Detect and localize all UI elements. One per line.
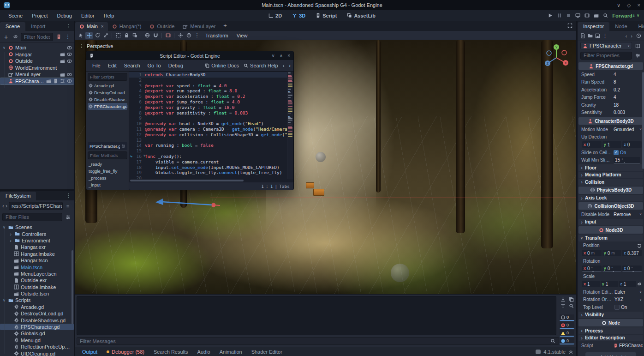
instance-scene-button[interactable] bbox=[12, 33, 19, 41]
new-scene-tab-button[interactable]: + bbox=[220, 22, 231, 31]
visibility-eye-icon[interactable] bbox=[67, 52, 72, 57]
menu-edit[interactable]: Edit bbox=[105, 62, 120, 69]
message-search-icon[interactable] bbox=[549, 338, 556, 345]
property-run-speed[interactable]: Run Speed8 bbox=[578, 78, 643, 86]
category-physicsbody3d[interactable]: PhysicsBody3D bbox=[578, 187, 643, 194]
edited-object-selector[interactable]: FPSCharacter bbox=[580, 42, 632, 49]
method-list-item[interactable]: _ready bbox=[88, 161, 127, 168]
save-resource-icon[interactable] bbox=[595, 33, 600, 38]
checkbox-unchecked-icon[interactable]: ✓ bbox=[614, 305, 620, 310]
copy-output-icon[interactable] bbox=[569, 297, 574, 302]
group-editor-description[interactable]: Editor Description bbox=[578, 335, 643, 342]
add-metadata-button[interactable]: +Add Metadata bbox=[585, 352, 636, 356]
preview-environment-icon[interactable] bbox=[185, 32, 192, 39]
scene-tab-hangar[interactable]: Hangar(*) bbox=[108, 22, 146, 31]
file-item[interactable]: Hangar.tscn bbox=[0, 257, 74, 264]
filter-properties-input[interactable] bbox=[580, 52, 632, 60]
history-forward-button[interactable]: › bbox=[6, 203, 7, 209]
script-editor-window[interactable]: Script Editor - Godot Engine ∨ ∧ × File … bbox=[86, 51, 294, 190]
view-menu[interactable]: View bbox=[233, 32, 251, 39]
search-help-button[interactable]: Search Help bbox=[244, 63, 278, 68]
group-process[interactable]: Process bbox=[578, 327, 643, 334]
open-scene-icon[interactable] bbox=[60, 72, 65, 77]
tab-history[interactable]: History bbox=[633, 22, 644, 31]
inspector-back-icon[interactable]: ‹ bbox=[626, 33, 627, 39]
menu-search[interactable]: Search bbox=[121, 62, 143, 69]
file-item[interactable]: Controllers bbox=[0, 230, 74, 237]
tab-shader-editor[interactable]: Shader Editor bbox=[247, 348, 286, 356]
property-rotation-edit-mode[interactable]: Rotation Edit ...Euler bbox=[578, 288, 643, 296]
category-node[interactable]: Node bbox=[578, 319, 643, 326]
script-list-item-selected[interactable]: FPSCharacter.gd bbox=[88, 103, 127, 110]
workspace-script-button[interactable]: Script bbox=[312, 12, 340, 19]
file-item[interactable]: DestroyOnLoad.gd bbox=[0, 310, 74, 317]
local-space-icon[interactable] bbox=[143, 32, 151, 39]
group-selected-icon[interactable] bbox=[131, 32, 138, 39]
property-disable-mode[interactable]: Disable ModeRemove bbox=[578, 211, 643, 218]
window-close-button[interactable]: × bbox=[638, 2, 640, 8]
preview-sun-icon[interactable] bbox=[177, 32, 184, 39]
renderer-selector[interactable]: Forward+ bbox=[612, 13, 639, 18]
position-vector[interactable]: x0m y0m z8.397 bbox=[578, 249, 643, 257]
group-moving-platform[interactable]: Moving Platform bbox=[578, 172, 643, 179]
property-wall-min-slide[interactable]: Wall Min Slide ...15° bbox=[578, 157, 643, 164]
visibility-eye-icon[interactable] bbox=[67, 45, 72, 50]
close-tab-icon[interactable]: × bbox=[101, 24, 104, 29]
scale-vector[interactable]: x1 y1 z1 bbox=[578, 280, 643, 288]
workspace-2d-button[interactable]: 2D bbox=[265, 12, 286, 19]
scene-node-worldenvironment[interactable]: WorldEnvironment bbox=[0, 65, 74, 72]
filter-files-input[interactable] bbox=[2, 213, 62, 221]
new-resource-icon[interactable] bbox=[580, 33, 585, 38]
open-scene-icon[interactable] bbox=[60, 52, 65, 57]
menu-debug[interactable]: Debug bbox=[53, 12, 75, 19]
code-editor[interactable]: 1extends CharacterBody3D23@export var sp… bbox=[129, 72, 293, 190]
script-list-item[interactable]: DestroyOnLoad... bbox=[88, 89, 127, 96]
workspace-assetlib-button[interactable]: AssetLib bbox=[343, 12, 379, 19]
filter-methods-input[interactable] bbox=[88, 151, 127, 159]
file-item[interactable]: Outside.exr bbox=[0, 277, 74, 284]
file-item[interactable]: Outside.tscn bbox=[0, 290, 74, 297]
toggle-errors[interactable]: 0 bbox=[560, 322, 574, 329]
remote-debug-icon[interactable] bbox=[575, 13, 580, 18]
property-sort-icon[interactable] bbox=[634, 52, 641, 59]
camera-override-icon[interactable] bbox=[164, 32, 172, 39]
visibility-eye-icon[interactable] bbox=[67, 78, 72, 84]
method-sort-icon[interactable] bbox=[121, 144, 125, 148]
resource-menu-icon[interactable] bbox=[602, 33, 608, 39]
scene-tab-outside[interactable]: Outside bbox=[145, 22, 179, 31]
method-list-item[interactable]: _process bbox=[88, 175, 127, 181]
group-input[interactable]: Input bbox=[578, 219, 643, 226]
tab-filesystem[interactable]: FileSystem bbox=[0, 192, 36, 200]
collapse-arrow-icon[interactable] bbox=[2, 46, 6, 50]
toggle-warnings[interactable]: 0 bbox=[560, 330, 574, 337]
menu-editor[interactable]: Editor bbox=[78, 12, 98, 19]
window-minimize-button[interactable]: ∨ bbox=[617, 2, 620, 8]
category-characterbody3d[interactable]: CharacterBody3D bbox=[578, 117, 643, 125]
visibility-eye-icon[interactable] bbox=[67, 72, 72, 77]
play-custom-scene-button[interactable] bbox=[594, 13, 599, 18]
version-label[interactable]: 4.1.stable bbox=[543, 349, 566, 355]
method-list-item[interactable]: toggle_free_fly bbox=[88, 168, 127, 175]
movie-maker-icon[interactable] bbox=[603, 13, 608, 18]
menu-file[interactable]: File bbox=[89, 62, 104, 69]
online-docs-button[interactable]: Online Docs bbox=[205, 63, 239, 68]
pause-button[interactable] bbox=[557, 13, 562, 18]
scene-tab-menulayer[interactable]: MenuLayer bbox=[179, 22, 220, 31]
tab-animation[interactable]: Animation bbox=[215, 348, 246, 356]
link-scale-icon[interactable] bbox=[637, 282, 642, 286]
up-direction-vector[interactable]: x0 y1 z0 bbox=[578, 141, 643, 149]
file-item[interactable]: Menu.gd bbox=[0, 337, 74, 344]
file-item[interactable]: ReflecttionProbeUpdate.gd bbox=[0, 344, 74, 350]
window-maximize-button[interactable]: ◇ bbox=[627, 2, 631, 8]
script-list-item[interactable]: Arcade.gd bbox=[88, 82, 127, 89]
orientation-gizmo[interactable]: Y X Z bbox=[543, 44, 570, 71]
menu-scene[interactable]: Scene bbox=[5, 12, 26, 19]
scene-node-fpscharacter[interactable]: FPSCharacter bbox=[0, 78, 74, 85]
file-item[interactable]: Arcade.gd bbox=[0, 304, 74, 310]
add-node-button[interactable]: + bbox=[2, 33, 10, 41]
tab-debugger[interactable]: Debugger (58) bbox=[102, 348, 149, 356]
property-sensitivity[interactable]: Sensitivity0.003 bbox=[578, 109, 643, 117]
group-visibility[interactable]: Visibility bbox=[578, 312, 643, 319]
tab-audio[interactable]: Audio bbox=[193, 348, 215, 356]
group-floor[interactable]: Floor bbox=[578, 164, 643, 171]
